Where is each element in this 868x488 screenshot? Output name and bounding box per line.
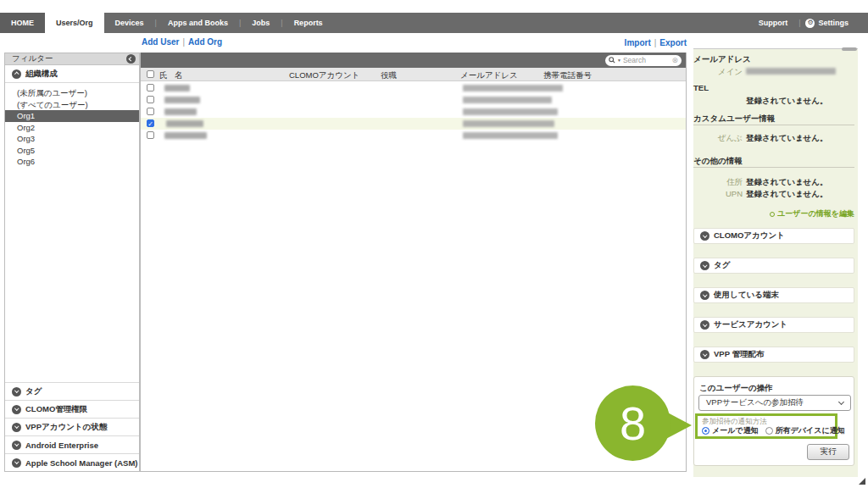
add-user-link[interactable]: Add User xyxy=(142,37,179,47)
tel-section-heading: TEL xyxy=(693,83,709,92)
chevron-down-icon xyxy=(700,261,709,270)
resize-handle-icon[interactable] xyxy=(859,478,865,485)
redacted-email xyxy=(463,132,558,139)
accordion-service-account[interactable]: サービスアカウント xyxy=(693,317,854,333)
radio-device-label: 所有デバイスに通知 xyxy=(776,425,845,436)
table-row[interactable] xyxy=(141,106,686,118)
filter-section-tags[interactable]: タグ xyxy=(5,382,139,400)
accordion-vpp-managed-distribution[interactable]: VPP 管理配布 xyxy=(693,347,854,363)
row-checkbox[interactable] xyxy=(147,84,154,92)
settings-link[interactable]: ⚙ Settings xyxy=(800,13,860,33)
row-checkbox[interactable] xyxy=(147,131,154,139)
edit-user-info-link[interactable]: ユーザーの情報を編集 xyxy=(770,208,854,219)
search-clear-icon[interactable]: ⊗ xyxy=(671,57,678,64)
select-all-checkbox[interactable] xyxy=(147,70,154,78)
org-item-org6[interactable]: Org6 xyxy=(5,156,139,168)
export-link[interactable]: Export xyxy=(659,38,687,47)
link-separator: | xyxy=(651,38,660,47)
email-section-heading: メールアドレス xyxy=(693,54,751,65)
search-scope-caret-icon[interactable]: ▼ xyxy=(617,58,621,63)
org-item-unassigned[interactable]: (未所属のユーザー) xyxy=(5,87,139,99)
col-mobile[interactable]: 携帯電話番号 xyxy=(543,70,592,81)
redacted-name xyxy=(164,108,197,115)
filter-section-organization[interactable]: 組織構成 xyxy=(5,65,139,83)
radio-mail-label: メールで通知 xyxy=(712,425,759,436)
other-info-heading: その他の情報 xyxy=(693,156,743,167)
chevron-down-icon xyxy=(700,291,709,300)
support-link[interactable]: Support xyxy=(748,13,799,33)
row-checkbox-checked[interactable]: ✓ xyxy=(147,119,154,127)
accordion-tags[interactable]: タグ xyxy=(693,258,854,274)
org-item-org5[interactable]: Org5 xyxy=(5,145,139,157)
filter-section-clomo-permissions[interactable]: CLOMO管理権限 xyxy=(5,400,139,418)
accordion-label: サービスアカウント xyxy=(714,319,787,330)
edit-icon xyxy=(770,212,775,217)
link-separator: | xyxy=(179,37,188,47)
table-row-selected[interactable]: ✓ xyxy=(141,118,686,130)
custom-not-registered: 登録されていません。 xyxy=(746,133,828,144)
org-item-org1-selected[interactable]: Org1 xyxy=(5,110,139,122)
accordion-label: 使用している端末 xyxy=(714,290,779,301)
chevron-down-icon xyxy=(12,423,21,432)
search-placeholder: Search xyxy=(623,57,670,64)
col-first-name[interactable]: 名 xyxy=(175,70,183,81)
filter-section-vpp-account-status[interactable]: VPPアカウントの状態 xyxy=(5,418,139,435)
import-link[interactable]: Import xyxy=(625,38,651,47)
row-checkbox[interactable] xyxy=(147,96,154,103)
divider xyxy=(693,167,854,168)
col-last-name[interactable]: 氏 xyxy=(159,70,168,81)
email-main-label: メイン xyxy=(693,67,743,78)
row-checkbox[interactable] xyxy=(147,108,154,115)
table-toolbar: ▼ Search ⊗ xyxy=(141,53,686,68)
edit-link-label: ユーザーの情報を編集 xyxy=(777,208,854,219)
execute-button[interactable]: 実行 xyxy=(807,444,849,460)
chevron-down-icon xyxy=(838,398,844,404)
radio-notify-owned-devices[interactable]: 所有デバイスに通知 xyxy=(765,425,845,436)
collapse-sidebar-icon[interactable] xyxy=(126,54,136,64)
accordion-label: CLOMOアカウント xyxy=(714,230,785,241)
org-item-org2[interactable]: Org2 xyxy=(5,122,139,134)
search-icon xyxy=(609,57,615,64)
operation-select[interactable]: VPPサービスへの参加招待 xyxy=(698,395,851,411)
chevron-up-icon xyxy=(12,69,21,79)
org-item-org3[interactable]: Org3 xyxy=(5,133,139,145)
top-nav: HOME Users/Org Devices | Apps and Books … xyxy=(0,13,868,33)
gear-icon: ⚙ xyxy=(805,19,815,28)
tab-users-org[interactable]: Users/Org xyxy=(45,13,104,33)
address-not-registered: 登録されていません。 xyxy=(746,177,828,188)
redacted-email-value xyxy=(746,68,836,75)
user-operations-card: このユーザーの操作 VPPサービスへの参加招待 参加招待の通知方法 メールで通知… xyxy=(693,376,854,466)
org-item-all-users[interactable]: (すべてのユーザー) xyxy=(5,99,139,111)
search-input[interactable]: ▼ Search ⊗ xyxy=(605,55,682,66)
accordion-clomo-account[interactable]: CLOMOアカウント xyxy=(693,228,854,244)
redacted-email xyxy=(463,108,558,115)
redacted-email xyxy=(463,97,552,103)
tab-jobs[interactable]: Jobs xyxy=(241,13,281,33)
scrollbar-thumb[interactable] xyxy=(842,47,857,51)
filter-section-asm[interactable]: Apple School Manager (ASM) xyxy=(5,453,139,471)
chevron-down-icon xyxy=(12,458,21,468)
filter-section-label: Android Enterprise xyxy=(25,441,98,450)
accordion-label: タグ xyxy=(714,260,730,271)
tab-reports[interactable]: Reports xyxy=(283,13,334,33)
table-row[interactable] xyxy=(141,82,686,94)
settings-label: Settings xyxy=(818,19,849,27)
chevron-down-icon xyxy=(700,320,709,330)
add-org-link[interactable]: Add Org xyxy=(188,37,222,47)
accordion-devices-in-use[interactable]: 使用している端末 xyxy=(693,287,854,303)
col-title[interactable]: 役職 xyxy=(381,70,397,81)
tel-not-registered: 登録されていません。 xyxy=(746,96,828,107)
table-row[interactable] xyxy=(141,94,686,106)
radio-unselected-icon xyxy=(765,427,773,435)
col-clomo-account[interactable]: CLOMOアカウント xyxy=(289,70,359,81)
radio-notify-by-mail[interactable]: メールで通知 xyxy=(702,425,759,436)
col-email[interactable]: メールアドレス xyxy=(460,70,518,81)
address-label: 住所 xyxy=(693,177,743,188)
upn-label: UPN xyxy=(693,189,743,198)
tab-apps-and-books[interactable]: Apps and Books xyxy=(157,13,239,33)
tab-devices[interactable]: Devices xyxy=(104,13,155,33)
tab-home[interactable]: HOME xyxy=(0,13,45,33)
filter-section-label: VPPアカウントの状態 xyxy=(25,422,107,433)
filter-section-android-enterprise[interactable]: Android Enterprise xyxy=(5,435,139,453)
table-row[interactable] xyxy=(141,130,686,141)
